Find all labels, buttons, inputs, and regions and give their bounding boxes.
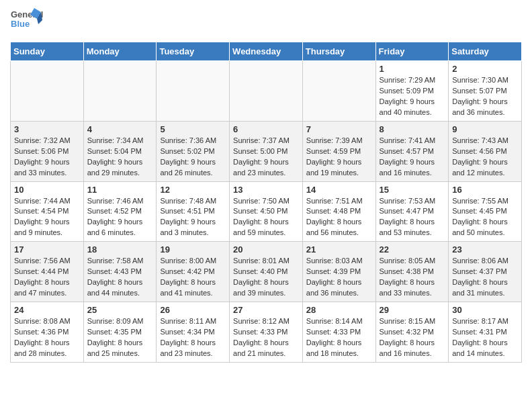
calendar-cell: 21Sunrise: 8:03 AM Sunset: 4:39 PM Dayli… <box>302 242 375 302</box>
day-number: 10 <box>14 185 80 195</box>
calendar-week-row: 24Sunrise: 8:08 AM Sunset: 4:36 PM Dayli… <box>11 302 522 363</box>
day-info: Sunrise: 7:55 AM Sunset: 4:45 PM Dayligh… <box>452 196 518 239</box>
logo-svg: General Blue <box>10 7 44 36</box>
calendar-header-tuesday: Tuesday <box>157 42 230 61</box>
calendar-cell: 14Sunrise: 7:51 AM Sunset: 4:48 PM Dayli… <box>302 181 375 242</box>
calendar-cell <box>230 61 303 122</box>
calendar-week-row: 17Sunrise: 7:56 AM Sunset: 4:44 PM Dayli… <box>11 242 522 302</box>
day-info: Sunrise: 7:51 AM Sunset: 4:48 PM Dayligh… <box>306 196 372 239</box>
day-number: 5 <box>160 124 226 134</box>
day-number: 25 <box>87 305 153 315</box>
calendar-cell: 30Sunrise: 8:17 AM Sunset: 4:31 PM Dayli… <box>449 302 522 363</box>
calendar-cell: 1Sunrise: 7:29 AM Sunset: 5:09 PM Daylig… <box>375 61 449 122</box>
day-number: 7 <box>306 124 372 134</box>
calendar-cell: 4Sunrise: 7:34 AM Sunset: 5:04 PM Daylig… <box>83 121 157 181</box>
svg-text:Blue: Blue <box>11 19 30 29</box>
day-number: 16 <box>452 185 518 195</box>
day-info: Sunrise: 7:53 AM Sunset: 4:47 PM Dayligh… <box>380 196 445 239</box>
page-container: General Blue SundayMondayTuesdayWednesda… <box>0 0 532 369</box>
calendar-header-row: SundayMondayTuesdayWednesdayThursdayFrid… <box>11 42 522 61</box>
day-number: 12 <box>160 185 226 195</box>
day-number: 8 <box>380 124 445 134</box>
calendar-cell: 25Sunrise: 8:09 AM Sunset: 4:35 PM Dayli… <box>83 302 157 363</box>
day-number: 28 <box>306 305 372 315</box>
calendar-cell: 15Sunrise: 7:53 AM Sunset: 4:47 PM Dayli… <box>375 181 449 242</box>
day-number: 22 <box>380 244 445 255</box>
day-number: 20 <box>233 244 299 255</box>
day-info: Sunrise: 8:15 AM Sunset: 4:32 PM Dayligh… <box>380 316 445 359</box>
calendar-week-row: 10Sunrise: 7:44 AM Sunset: 4:54 PM Dayli… <box>11 181 522 242</box>
day-number: 2 <box>452 64 518 74</box>
calendar-week-row: 3Sunrise: 7:32 AM Sunset: 5:06 PM Daylig… <box>11 121 522 181</box>
calendar-week-row: 1Sunrise: 7:29 AM Sunset: 5:09 PM Daylig… <box>11 61 522 122</box>
calendar-cell: 19Sunrise: 8:00 AM Sunset: 4:42 PM Dayli… <box>157 242 230 302</box>
day-info: Sunrise: 8:12 AM Sunset: 4:33 PM Dayligh… <box>233 316 299 359</box>
calendar-cell: 27Sunrise: 8:12 AM Sunset: 4:33 PM Dayli… <box>230 302 303 363</box>
day-number: 15 <box>380 185 445 195</box>
calendar-cell: 10Sunrise: 7:44 AM Sunset: 4:54 PM Dayli… <box>11 181 84 242</box>
day-info: Sunrise: 7:56 AM Sunset: 4:44 PM Dayligh… <box>14 256 80 299</box>
day-number: 26 <box>160 305 226 315</box>
day-number: 19 <box>160 244 226 255</box>
day-info: Sunrise: 7:58 AM Sunset: 4:43 PM Dayligh… <box>87 256 153 299</box>
day-number: 30 <box>452 305 518 315</box>
day-info: Sunrise: 7:46 AM Sunset: 4:52 PM Dayligh… <box>87 196 153 239</box>
calendar-cell: 8Sunrise: 7:41 AM Sunset: 4:57 PM Daylig… <box>375 121 449 181</box>
day-number: 1 <box>380 64 445 74</box>
calendar-cell <box>157 61 230 122</box>
day-info: Sunrise: 8:08 AM Sunset: 4:36 PM Dayligh… <box>14 316 80 359</box>
calendar-cell: 12Sunrise: 7:48 AM Sunset: 4:51 PM Dayli… <box>157 181 230 242</box>
day-info: Sunrise: 7:36 AM Sunset: 5:02 PM Dayligh… <box>160 136 226 179</box>
day-number: 4 <box>87 124 153 134</box>
day-number: 24 <box>14 305 80 315</box>
calendar-cell <box>302 61 375 122</box>
calendar-cell <box>83 61 157 122</box>
calendar-cell: 18Sunrise: 7:58 AM Sunset: 4:43 PM Dayli… <box>83 242 157 302</box>
day-number: 21 <box>306 244 372 255</box>
calendar-header-sunday: Sunday <box>11 42 84 61</box>
day-info: Sunrise: 8:17 AM Sunset: 4:31 PM Dayligh… <box>452 316 518 359</box>
calendar-cell: 5Sunrise: 7:36 AM Sunset: 5:02 PM Daylig… <box>157 121 230 181</box>
day-info: Sunrise: 7:41 AM Sunset: 4:57 PM Dayligh… <box>380 136 445 179</box>
calendar-cell: 28Sunrise: 8:14 AM Sunset: 4:33 PM Dayli… <box>302 302 375 363</box>
day-number: 27 <box>233 305 299 315</box>
day-number: 6 <box>233 124 299 134</box>
header: General Blue <box>10 7 522 36</box>
day-number: 13 <box>233 185 299 195</box>
logo-wrapper: General Blue <box>10 7 44 36</box>
calendar-cell: 11Sunrise: 7:46 AM Sunset: 4:52 PM Dayli… <box>83 181 157 242</box>
day-info: Sunrise: 7:48 AM Sunset: 4:51 PM Dayligh… <box>160 196 226 239</box>
day-number: 17 <box>14 244 80 255</box>
day-number: 9 <box>452 124 518 134</box>
logo: General Blue <box>10 7 44 36</box>
day-info: Sunrise: 8:00 AM Sunset: 4:42 PM Dayligh… <box>160 256 226 299</box>
calendar-cell: 7Sunrise: 7:39 AM Sunset: 4:59 PM Daylig… <box>302 121 375 181</box>
calendar-header-wednesday: Wednesday <box>230 42 303 61</box>
calendar-cell: 22Sunrise: 8:05 AM Sunset: 4:38 PM Dayli… <box>375 242 449 302</box>
day-info: Sunrise: 8:11 AM Sunset: 4:34 PM Dayligh… <box>160 316 226 359</box>
calendar-cell: 2Sunrise: 7:30 AM Sunset: 5:07 PM Daylig… <box>449 61 522 122</box>
day-info: Sunrise: 7:30 AM Sunset: 5:07 PM Dayligh… <box>452 75 518 118</box>
day-number: 14 <box>306 185 372 195</box>
calendar-cell: 9Sunrise: 7:43 AM Sunset: 4:56 PM Daylig… <box>449 121 522 181</box>
day-number: 11 <box>87 185 153 195</box>
day-number: 23 <box>452 244 518 255</box>
calendar-cell: 16Sunrise: 7:55 AM Sunset: 4:45 PM Dayli… <box>449 181 522 242</box>
day-info: Sunrise: 7:44 AM Sunset: 4:54 PM Dayligh… <box>14 196 80 239</box>
day-info: Sunrise: 8:01 AM Sunset: 4:40 PM Dayligh… <box>233 256 299 299</box>
calendar-cell: 23Sunrise: 8:06 AM Sunset: 4:37 PM Dayli… <box>449 242 522 302</box>
day-info: Sunrise: 7:39 AM Sunset: 4:59 PM Dayligh… <box>306 136 372 179</box>
day-info: Sunrise: 8:06 AM Sunset: 4:37 PM Dayligh… <box>452 256 518 299</box>
day-info: Sunrise: 7:32 AM Sunset: 5:06 PM Dayligh… <box>14 136 80 179</box>
calendar-cell: 29Sunrise: 8:15 AM Sunset: 4:32 PM Dayli… <box>375 302 449 363</box>
day-info: Sunrise: 7:37 AM Sunset: 5:00 PM Dayligh… <box>233 136 299 179</box>
calendar-table: SundayMondayTuesdayWednesdayThursdayFrid… <box>10 42 522 363</box>
calendar-cell: 3Sunrise: 7:32 AM Sunset: 5:06 PM Daylig… <box>11 121 84 181</box>
calendar-header-monday: Monday <box>83 42 157 61</box>
day-info: Sunrise: 8:03 AM Sunset: 4:39 PM Dayligh… <box>306 256 372 299</box>
calendar-cell: 20Sunrise: 8:01 AM Sunset: 4:40 PM Dayli… <box>230 242 303 302</box>
calendar-cell <box>11 61 84 122</box>
day-info: Sunrise: 7:50 AM Sunset: 4:50 PM Dayligh… <box>233 196 299 239</box>
day-info: Sunrise: 7:43 AM Sunset: 4:56 PM Dayligh… <box>452 136 518 179</box>
calendar-cell: 26Sunrise: 8:11 AM Sunset: 4:34 PM Dayli… <box>157 302 230 363</box>
